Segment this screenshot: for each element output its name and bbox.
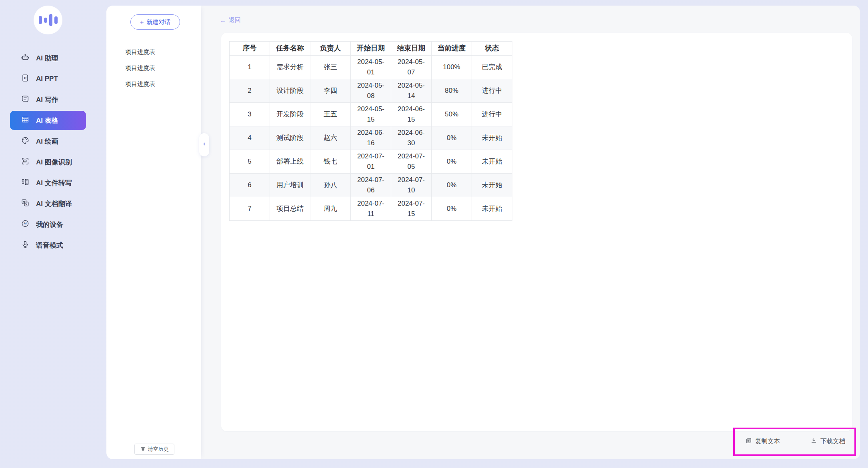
conversation-list: 项目进度表项目进度表项目进度表 [106,44,201,92]
clear-history-label: 清空历史 [148,446,169,453]
sidebar-item-ai-table[interactable]: AI 表格 [10,111,86,130]
table-cell: 需求分析 [270,56,310,79]
content-wrapper: + 新建对话 项目进度表项目进度表项目进度表 清空历史 ← 返回 序号 任务名称… [106,6,860,459]
table-cell: 0% [432,126,472,150]
plus-icon: + [140,19,144,26]
table-cell: 2024-07-11 [351,197,391,221]
table-cell: 2024-05-14 [391,79,432,103]
table-cell: 0% [432,197,472,221]
table-cell: 进行中 [472,103,512,126]
table-cell: 1 [230,56,270,79]
table-cell: 2 [230,79,270,103]
table-cell: 2024-06-15 [391,103,432,126]
collapse-panel-handle[interactable] [199,133,209,156]
table-body: 1需求分析张三2024-05-012024-05-07100%已完成2设计阶段李… [230,56,512,221]
robot-icon [21,53,30,64]
table-cell: 2024-07-15 [391,197,432,221]
column-header: 任务名称 [270,42,310,56]
conversation-item[interactable]: 项目进度表 [106,60,201,76]
table-cell: 开发阶段 [270,103,310,126]
logo-bar [39,16,42,24]
logo-bar [54,16,58,24]
sidebar-item-voice-mode[interactable]: 语音模式 [10,236,86,255]
table-cell: 孙八 [310,174,351,197]
sidebar-item-label: AI 绘画 [36,137,58,146]
table-row: 6用户培训孙八2024-07-062024-07-100%未开始 [230,174,512,197]
table-cell: 2024-05-08 [351,79,391,103]
table-row: 5部署上线钱七2024-07-012024-07-050%未开始 [230,150,512,174]
new-chat-button[interactable]: + 新建对话 [130,14,180,30]
sidebar-item-label: AI 表格 [36,116,58,125]
table-cell: 2024-07-10 [391,174,432,197]
sidebar-item-label: AI 文件转写 [36,178,72,188]
table-cell: 50% [432,103,472,126]
column-header: 当前进度 [432,42,472,56]
trash-icon [140,446,146,452]
table-cell: 80% [432,79,472,103]
table-row: 2设计阶段李四2024-05-082024-05-1480%进行中 [230,79,512,103]
sidebar-item-ai-writing[interactable]: AI 写作 [10,90,86,109]
sidebar-item-label: AI 图像识别 [36,158,72,167]
table-cell: 2024-07-06 [351,174,391,197]
column-header: 负责人 [310,42,351,56]
sidebar-item-label: 语音模式 [36,241,63,250]
column-header: 状态 [472,42,512,56]
conversation-item[interactable]: 项目进度表 [106,76,201,92]
table-cell: 进行中 [472,79,512,103]
arrow-left-icon: ← [220,17,226,24]
clear-history-button[interactable]: 清空历史 [134,444,174,455]
table-row: 7项目总结周九2024-07-112024-07-150%未开始 [230,197,512,221]
table-cell: 2024-05-15 [351,103,391,126]
sidebar-item-ai-image-recognition[interactable]: ocr AI 图像识别 [10,152,86,172]
download-doc-label: 下载文档 [820,437,845,446]
table-cell: 钱七 [310,150,351,174]
sidebar-item-my-devices[interactable]: AI 我的设备 [10,215,86,234]
main-area: ← 返回 序号 任务名称 负责人 开始日期 结束日期 当前进度 状态 1需求分析… [201,6,860,459]
table-cell: 2024-05-07 [391,56,432,79]
table-row: 4测试阶段赵六2024-06-162024-06-300%未开始 [230,126,512,150]
copy-text-label: 复制文本 [755,437,780,446]
svg-text:申: 申 [23,200,25,203]
table-cell: 0% [432,174,472,197]
sidebar-item-label: AI 助理 [36,54,58,63]
sidebar-item-ai-ppt[interactable]: P AI PPT [10,69,86,88]
svg-text:ocr: ocr [24,160,26,162]
table-cell: 2024-06-30 [391,126,432,150]
download-doc-button[interactable]: 下载文档 [810,437,845,446]
svg-text:AI: AI [24,222,27,225]
table-cell: 2024-05-01 [351,56,391,79]
sidebar-item-ai-document-translation[interactable]: 申A AI 文档翻译 [10,194,86,213]
table-icon [21,115,30,126]
table-cell: 2024-06-16 [351,126,391,150]
sidebar-item-ai-drawing[interactable]: AI 绘画 [10,132,86,151]
table-cell: 4 [230,126,270,150]
table-cell: 5 [230,150,270,174]
table-row: 3开发阶段王五2024-05-152024-06-1550%进行中 [230,103,512,126]
translate-icon: 申A [21,198,30,209]
table-cell: 未开始 [472,126,512,150]
table-cell: 项目总结 [270,197,310,221]
back-label: 返回 [229,16,241,24]
sidebar-item-ai-assistant[interactable]: AI 助理 [10,48,86,68]
svg-text:A: A [26,203,28,205]
copy-text-button[interactable]: 复制文本 [745,437,780,446]
conversation-item[interactable]: 项目进度表 [106,44,201,60]
sidebar-item-label: AI 文档翻译 [36,199,72,208]
table-cell: 设计阶段 [270,79,310,103]
back-link[interactable]: ← 返回 [220,16,241,24]
sidebar-menu: AI 助理 P AI PPT AI 写作 AI 表格 AI 绘画 ocr AI … [10,48,86,255]
table-cell: 用户培训 [270,174,310,197]
copy-icon [745,437,752,446]
table-cell: 3 [230,103,270,126]
column-header: 结束日期 [391,42,432,56]
project-progress-table: 序号 任务名称 负责人 开始日期 结束日期 当前进度 状态 1需求分析张三202… [229,41,512,221]
new-chat-label: 新建对话 [146,18,170,26]
table-header-row: 序号 任务名称 负责人 开始日期 结束日期 当前进度 状态 [230,42,512,56]
sidebar-item-ai-file-transcription[interactable]: AI 文件转写 [10,173,86,192]
table-cell: 2024-07-05 [391,150,432,174]
table-cell: 0% [432,150,472,174]
result-actions: 复制文本 下载文档 [745,437,845,446]
transcribe-icon [21,178,30,188]
table-cell: 赵六 [310,126,351,150]
sidebar-item-label: AI 写作 [36,95,58,104]
